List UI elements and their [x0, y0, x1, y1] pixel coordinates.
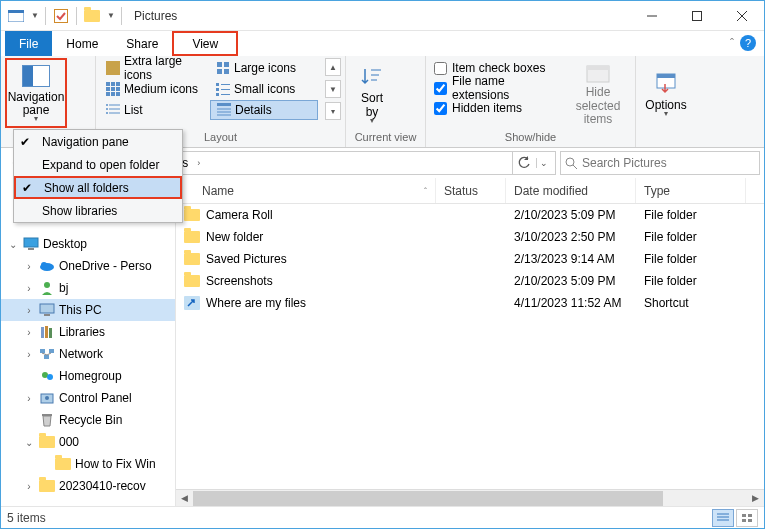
tree-item[interactable]: Homegroup: [1, 365, 175, 387]
file-type: File folder: [644, 230, 697, 244]
qat-folder-icon[interactable]: [81, 5, 103, 27]
file-name: Screenshots: [206, 274, 273, 288]
pc-icon: [39, 302, 55, 318]
collapse-ribbon-icon[interactable]: ˆ: [730, 37, 734, 51]
content-area: ⌄Desktop›OneDrive - Perso›bj›This PC›Lib…: [1, 178, 764, 506]
currentview-group-label: Current view: [350, 131, 421, 145]
svg-rect-16: [116, 82, 120, 86]
svg-rect-23: [216, 83, 219, 86]
layout-list[interactable]: List: [100, 100, 208, 120]
tree-label: How to Fix Win: [75, 457, 156, 471]
scroll-right[interactable]: ▶: [747, 491, 764, 506]
svg-rect-22: [116, 92, 120, 96]
col-status[interactable]: Status: [436, 178, 506, 203]
layout-extra-large[interactable]: Extra large icons: [100, 58, 208, 78]
qat-dropdown-icon[interactable]: ▼: [29, 5, 41, 27]
addr-dropdown[interactable]: ⌄: [536, 158, 551, 168]
minimize-button[interactable]: [629, 1, 674, 30]
layout-scroll-down[interactable]: ▼: [325, 80, 341, 98]
search-box[interactable]: Search Pictures: [560, 151, 760, 175]
svg-rect-11: [224, 62, 229, 67]
maximize-button[interactable]: [674, 1, 719, 30]
help-icon[interactable]: ?: [740, 35, 756, 51]
col-date[interactable]: Date modified: [506, 178, 636, 203]
file-row[interactable]: New folder3/10/2023 2:50 PMFile folder: [176, 226, 764, 248]
check-icon: ✔: [22, 181, 32, 195]
tree-label: 000: [59, 435, 79, 449]
scroll-left[interactable]: ◀: [176, 491, 193, 506]
menu-show-libraries[interactable]: Show libraries: [14, 199, 182, 222]
file-row[interactable]: Camera Roll2/10/2023 5:09 PMFile folder: [176, 204, 764, 226]
file-name: Camera Roll: [206, 208, 273, 222]
file-name: Where are my files: [206, 296, 306, 310]
sort-by-button[interactable]: Sort by: [350, 58, 394, 128]
view-large-button[interactable]: [736, 509, 758, 527]
tree-item[interactable]: ›20230410-recov: [1, 475, 175, 497]
h-scrollbar[interactable]: ◀ ▶: [176, 489, 764, 506]
tree-item[interactable]: ⌄Desktop: [1, 233, 175, 255]
file-row[interactable]: Where are my files4/11/2023 11:52 AMShor…: [176, 292, 764, 314]
layout-scroll-up[interactable]: ▲: [325, 58, 341, 76]
tree-item[interactable]: Recycle Bin: [1, 409, 175, 431]
lib-icon: [39, 324, 55, 340]
file-list[interactable]: Camera Roll2/10/2023 5:09 PMFile folderN…: [176, 204, 764, 489]
layout-details[interactable]: Details: [210, 100, 318, 120]
layout-medium[interactable]: Medium icons: [100, 79, 208, 99]
hidden-items[interactable]: Hidden items: [430, 98, 561, 118]
col-type[interactable]: Type: [636, 178, 746, 203]
close-button[interactable]: [719, 1, 764, 30]
svg-point-32: [106, 104, 108, 106]
tree-item[interactable]: How to Fix Win: [1, 453, 175, 475]
col-name[interactable]: Nameˆ: [176, 178, 436, 203]
tab-file[interactable]: File: [5, 31, 52, 56]
file-row[interactable]: Saved Pictures2/13/2023 9:14 AMFile fold…: [176, 248, 764, 270]
svg-rect-59: [49, 328, 52, 338]
tree-item[interactable]: ›bj: [1, 277, 175, 299]
file-row[interactable]: Screenshots2/10/2023 5:09 PMFile folder: [176, 270, 764, 292]
view-details-button[interactable]: [712, 509, 734, 527]
tree-item[interactable]: ›This PC: [1, 299, 175, 321]
navigation-tree[interactable]: ⌄Desktop›OneDrive - Perso›bj›This PC›Lib…: [1, 178, 176, 506]
tree-item[interactable]: ›OneDrive - Perso: [1, 255, 175, 277]
svg-rect-2: [55, 9, 68, 22]
menu-expand-to-open[interactable]: Expand to open folder: [14, 153, 182, 176]
tree-item[interactable]: ›Control Panel: [1, 387, 175, 409]
qat-dropdown2-icon[interactable]: ▼: [105, 5, 117, 27]
scroll-thumb[interactable]: [193, 491, 663, 506]
crumb-chevron[interactable]: ›: [194, 158, 203, 168]
tree-item[interactable]: ›Network: [1, 343, 175, 365]
md-icon: [106, 82, 120, 96]
qat-properties-icon[interactable]: [5, 5, 27, 27]
file-type: File folder: [644, 274, 697, 288]
file-name-extensions[interactable]: File name extensions: [430, 78, 561, 98]
svg-line-63: [42, 353, 47, 355]
navigation-pane-menu: ✔Navigation pane Expand to open folder ✔…: [13, 129, 183, 223]
navigation-pane-icon: [20, 62, 52, 91]
tree-item[interactable]: ⌄000: [1, 431, 175, 453]
layout-more[interactable]: ▾: [325, 102, 341, 120]
tree-item[interactable]: ›Libraries: [1, 321, 175, 343]
svg-rect-12: [217, 69, 222, 74]
menu-show-all-folders[interactable]: ✔Show all folders: [14, 176, 182, 199]
file-type: File folder: [644, 208, 697, 222]
svg-rect-75: [748, 514, 752, 517]
svg-rect-60: [40, 349, 45, 353]
tree-label: Homegroup: [59, 369, 122, 383]
tree-label: OneDrive - Perso: [59, 259, 152, 273]
tab-share[interactable]: Share: [112, 31, 172, 56]
options-button[interactable]: Options: [640, 58, 692, 128]
hide-selected-button[interactable]: Hide selected items: [565, 58, 631, 128]
status-bar: 5 items: [1, 506, 764, 528]
check-icon: ✔: [20, 135, 30, 149]
tab-home[interactable]: Home: [52, 31, 112, 56]
tab-view[interactable]: View: [172, 31, 238, 56]
layout-small[interactable]: Small icons: [210, 79, 318, 99]
menu-navigation-pane[interactable]: ✔Navigation pane: [14, 130, 182, 153]
user-icon: [39, 280, 55, 296]
onedrive-icon: [39, 258, 55, 274]
svg-rect-51: [28, 248, 34, 250]
refresh-button[interactable]: [512, 152, 534, 174]
qat-check-icon[interactable]: [50, 5, 72, 27]
layout-large[interactable]: Large icons: [210, 58, 318, 78]
navigation-pane-button[interactable]: Navigation pane: [5, 58, 67, 128]
